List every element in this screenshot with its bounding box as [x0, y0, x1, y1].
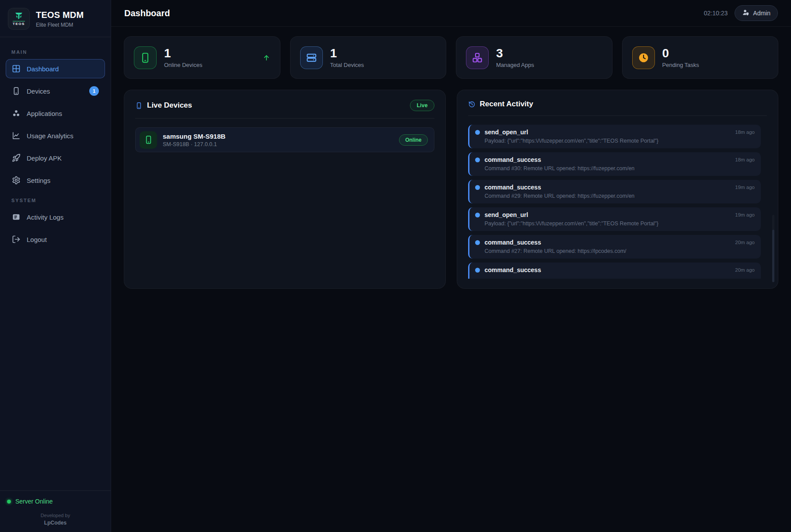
activity-detail: Command #27: Remote URL opened: https://…	[485, 248, 755, 254]
stat-card-pending-tasks: 0 Pending Tasks	[622, 36, 779, 79]
activity-time: 20m ago	[735, 240, 755, 245]
grid-icon	[12, 64, 21, 73]
activity-time: 18m ago	[735, 130, 755, 135]
sidebar-item-activity-logs[interactable]: Activity Logs	[6, 207, 105, 227]
phone-icon	[12, 87, 21, 95]
activity-detail: Command #29: Remote URL opened: https://…	[485, 193, 755, 199]
sidebar-footer: Server Online Developed by LpCodes	[0, 490, 111, 532]
status-dot	[475, 268, 480, 273]
panel-title: Recent Activity	[480, 100, 533, 108]
activity-time: 19m ago	[735, 185, 755, 190]
activity-item: send_open_url 19m ago Payload: {"url":"h…	[468, 207, 761, 231]
apps-icon	[12, 109, 21, 118]
smartphone-icon	[135, 102, 143, 109]
page-title: Dashboard	[124, 8, 170, 18]
cubes-icon	[466, 46, 489, 69]
status-dot	[475, 185, 480, 190]
sidebar-item-dashboard[interactable]: Dashboard	[6, 59, 105, 78]
device-name: samsung SM-S918B	[163, 133, 393, 140]
section-label-main: MAIN	[11, 49, 111, 55]
smartphone-icon	[134, 46, 157, 69]
user-shield-icon	[742, 9, 749, 18]
activity-detail: Payload: {"url":"https:\/\/fuzepper.com\…	[485, 220, 755, 227]
clock-icon	[632, 46, 655, 69]
nav-system-list: Activity Logs Logout	[0, 207, 111, 249]
sidebar-item-label: Usage Analytics	[27, 132, 99, 140]
sidebar-item-logout[interactable]: Logout	[6, 230, 105, 249]
status-dot	[475, 130, 480, 135]
sidebar: TEOS TEOS MDM Elite Fleet MDM MAIN Dashb…	[0, 0, 111, 532]
app-subtitle: Elite Fleet MDM	[36, 22, 84, 28]
scrollbar[interactable]	[772, 215, 774, 282]
activity-title: command_success	[485, 184, 731, 191]
sidebar-item-label: Deploy APK	[27, 154, 99, 162]
stat-value: 1	[164, 47, 255, 60]
app-logo-icon: TEOS	[8, 8, 30, 30]
activity-time: 20m ago	[735, 267, 755, 273]
sidebar-item-label: Logout	[27, 236, 99, 243]
rocket-icon	[12, 154, 21, 162]
developed-by-label: Developed by	[7, 513, 104, 518]
stat-card-total-devices: 1 Total Devices	[290, 36, 447, 79]
sidebar-item-applications[interactable]: Applications	[6, 104, 105, 123]
live-badge: Live	[410, 100, 434, 111]
app-root: TEOS TEOS MDM Elite Fleet MDM MAIN Dashb…	[0, 0, 791, 532]
activity-item: command_success 20m ago	[468, 262, 761, 279]
sidebar-item-usage-analytics[interactable]: Usage Analytics	[6, 126, 105, 145]
online-badge: Online	[399, 134, 427, 146]
admin-button[interactable]: Admin	[735, 5, 778, 21]
status-dot	[7, 500, 11, 504]
stat-value: 0	[662, 47, 769, 60]
history-icon	[468, 101, 476, 108]
device-meta: SM-S918B · 127.0.0.1	[163, 141, 393, 147]
sidebar-nav: MAIN Dashboard Devices 1	[0, 37, 111, 252]
device-row[interactable]: samsung SM-S918B SM-S918B · 127.0.0.1 On…	[135, 127, 434, 152]
stat-value: 3	[496, 47, 602, 60]
status-dot	[475, 240, 480, 245]
activity-item: send_open_url 18m ago Payload: {"url":"h…	[468, 125, 761, 148]
stat-label: Online Devices	[164, 62, 255, 68]
stat-value: 1	[330, 47, 437, 60]
clock: 02:10:23	[704, 10, 728, 17]
section-label-system: SYSTEM	[11, 198, 111, 203]
sidebar-item-label: Settings	[27, 177, 99, 184]
logo-text: TEOS	[13, 21, 25, 26]
activity-title: send_open_url	[485, 211, 731, 218]
stat-label: Pending Tasks	[662, 62, 769, 68]
developer-name: LpCodes	[7, 520, 104, 526]
activity-detail: Command #30: Remote URL opened: https://…	[485, 165, 755, 172]
stats-row: 1 Online Devices 1 Total Devices	[124, 36, 778, 79]
header: Dashboard 02:10:23 Admin	[111, 0, 791, 27]
stat-card-online-devices: 1 Online Devices	[124, 36, 280, 79]
sidebar-item-settings[interactable]: Settings	[6, 171, 105, 190]
sidebar-item-label: Applications	[27, 110, 99, 117]
activity-time: 19m ago	[735, 212, 755, 217]
admin-label: Admin	[753, 10, 770, 17]
smartphone-icon	[140, 131, 157, 149]
brand: TEOS TEOS MDM Elite Fleet MDM	[0, 0, 111, 37]
sidebar-item-label: Activity Logs	[27, 214, 99, 221]
activity-title: command_success	[485, 239, 731, 246]
activity-item: command_success 20m ago Command #27: Rem…	[468, 235, 761, 259]
scrollbar-thumb[interactable]	[772, 230, 774, 282]
panel-title: Live Devices	[147, 101, 192, 110]
sidebar-item-devices[interactable]: Devices 1	[6, 81, 105, 101]
server-icon	[300, 46, 323, 69]
trend-up-icon	[262, 54, 270, 62]
activity-item: command_success 18m ago Command #30: Rem…	[468, 152, 761, 176]
status-dot	[475, 213, 480, 217]
gear-icon	[12, 176, 21, 185]
status-dot	[475, 158, 480, 162]
nav-main-list: Dashboard Devices 1 Applications	[0, 59, 111, 190]
chart-icon	[12, 131, 21, 140]
sidebar-item-deploy-apk[interactable]: Deploy APK	[6, 148, 105, 168]
server-status: Server Online	[7, 498, 104, 505]
activity-list: send_open_url 18m ago Payload: {"url":"h…	[468, 125, 767, 279]
activity-time: 18m ago	[735, 157, 755, 162]
activity-item: command_success 19m ago Command #29: Rem…	[468, 180, 761, 203]
dashboard-content: 1 Online Devices 1 Total Devices	[111, 27, 791, 289]
stat-card-managed-apps: 3 Managed Apps	[456, 36, 612, 79]
app-title: TEOS MDM	[36, 10, 84, 20]
stat-label: Total Devices	[330, 62, 437, 68]
server-status-label: Server Online	[15, 498, 53, 505]
